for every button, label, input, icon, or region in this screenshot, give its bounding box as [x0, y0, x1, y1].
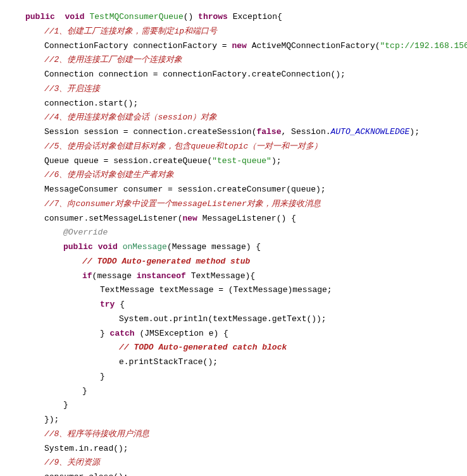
comment-2: //2、使用连接工厂创建一个连接对象: [25, 53, 462, 68]
code-line: MessageConsumer consumer = session.creat…: [25, 183, 462, 197]
stmt: );: [409, 127, 420, 137]
comment-7: //7、向consumer对象中设置一个messageListener对象，用来…: [25, 197, 462, 212]
code-line: Session session = connection.createSessi…: [25, 125, 462, 140]
code-line: System.out.println(textMessage.getText()…: [25, 312, 462, 327]
code-line: consumer.close();: [25, 470, 462, 476]
method-name: onMessage: [123, 242, 167, 252]
code-line: public void onMessage(Message message) {: [25, 240, 462, 255]
annotation-override: @Override: [25, 226, 462, 240]
stmt: consumer.setMessageListener(: [44, 214, 182, 223]
kw-instanceof: instanceof: [137, 271, 186, 281]
string-literal: "tcp://192.168.156.44:61616": [380, 41, 468, 51]
exception-type: Exception: [233, 12, 277, 21]
comment-4: //4、使用连接对象创建会话（session）对象: [25, 111, 462, 125]
kw-catch: catch: [110, 329, 135, 338]
constant: AUTO_ACKNOWLEDGE: [331, 127, 410, 137]
stmt: Queue queue = session.createQueue(: [44, 156, 212, 166]
comment-5: //5、使用会话对象创建目标对象，包含queue和topic（一对一和一对多）: [25, 140, 462, 154]
todo-comment: // TODO Auto-generated method stub: [25, 255, 462, 269]
code-line: } catch (JMSException e) {: [25, 327, 462, 341]
kw-new: new: [182, 214, 197, 223]
method-name: TestMQConsumerQueue: [89, 12, 183, 21]
code-line: Queue queue = session.createQueue("test-…: [25, 154, 462, 169]
stmt: );: [271, 156, 282, 166]
code-line: try {: [25, 298, 462, 312]
code-line: if(message instanceof TextMessage){: [25, 269, 462, 284]
comment-9: //9、关闭资源: [25, 456, 462, 470]
stmt: (message: [92, 271, 137, 281]
stmt: ConnectionFactory connectionFactory =: [44, 41, 232, 51]
comment-1: //1、创建工厂连接对象，需要制定ip和端口号: [25, 25, 462, 39]
code-line: e.printStackTrace();: [25, 355, 462, 370]
comment-8: //8、程序等待接收用户消息: [25, 427, 462, 442]
kw-try: try: [100, 300, 115, 309]
kw-false: false: [256, 127, 281, 137]
brace: }: [25, 398, 462, 413]
code-line: TextMessage textMessage = (TextMessage)m…: [25, 283, 462, 298]
kw-public: public: [63, 242, 93, 252]
string-literal: "test-queue": [212, 156, 271, 166]
kw-void: void: [65, 12, 84, 21]
stmt: ActiveMQConnectionFactory(: [247, 41, 380, 51]
kw-void: void: [98, 242, 118, 252]
code-line: ConnectionFactory connectionFactory = ne…: [25, 39, 462, 54]
parens: (): [184, 12, 198, 21]
brace: {: [277, 12, 282, 21]
code-line: connection.start();: [25, 97, 462, 111]
comment-3: //3、开启连接: [25, 82, 462, 97]
code-line: public void TestMQConsumerQueue() throws…: [25, 10, 462, 25]
code-line: consumer.setMessageListener(new MessageL…: [25, 212, 462, 226]
stmt: Session session = connection.createSessi…: [44, 127, 256, 137]
todo-comment: // TODO Auto-generated catch block: [25, 341, 462, 355]
brace: {: [115, 300, 125, 309]
brace: }: [25, 370, 462, 384]
code-block: public void TestMQConsumerQueue() throws…: [25, 10, 462, 476]
kw-new: new: [232, 41, 246, 51]
sig: (Message message) {: [167, 242, 261, 252]
stmt: TextMessage){: [186, 271, 255, 281]
code-line: System.in.read();: [25, 442, 462, 456]
code-line: });: [25, 413, 462, 427]
code-line: Connection connection = connectionFactor…: [25, 68, 462, 82]
brace: }: [25, 384, 462, 399]
kw-public: public: [25, 12, 55, 21]
comment-6: //6、使用会话对象创建生产者对象: [25, 168, 462, 183]
stmt: (JMSException e) {: [135, 329, 228, 338]
brace: }: [100, 329, 110, 338]
kw-throws: throws: [198, 12, 228, 21]
kw-if: if: [82, 271, 92, 281]
stmt: MessageListener() {: [197, 214, 296, 223]
stmt: , Session.: [281, 127, 330, 137]
